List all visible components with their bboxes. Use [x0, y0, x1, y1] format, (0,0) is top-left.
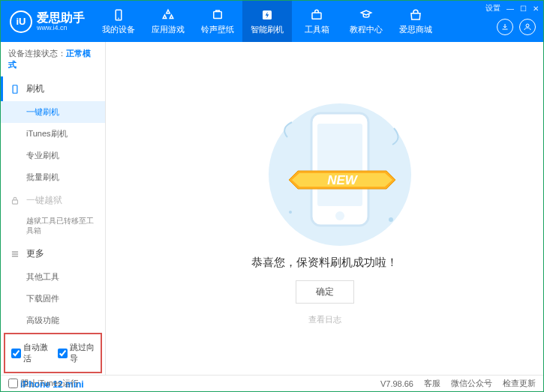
ribbon-text: NEW	[327, 173, 359, 187]
nav: 我的设备 应用游戏 铃声壁纸 智能刷机 工具箱 教程中心 爱思商城	[94, 1, 543, 42]
maximize-icon[interactable]: ☐	[520, 4, 527, 13]
ringtone-icon	[211, 8, 224, 22]
section-jailbreak[interactable]: 一键越狱	[1, 188, 105, 213]
nav-apps[interactable]: 应用游戏	[143, 1, 193, 42]
svg-point-19	[289, 211, 292, 214]
sidebar-item-pro[interactable]: 专业刷机	[1, 145, 105, 166]
checkbox-label: 自动激活	[23, 342, 49, 364]
nav-label: 工具箱	[305, 24, 329, 35]
svg-point-5	[526, 24, 529, 27]
checkbox-block-itunes[interactable]: 阻止iTunes运行	[8, 378, 79, 389]
sidebar-item-batch[interactable]: 批量刷机	[1, 166, 105, 188]
menu-icon	[10, 249, 20, 259]
nav-label: 我的设备	[102, 24, 135, 35]
store-icon	[409, 8, 422, 22]
body: 设备连接状态：正常模式 刷机 一键刷机 iTunes刷机 专业刷机 批量刷机 一…	[1, 42, 543, 375]
status-label: 设备连接状态：	[8, 49, 66, 58]
nav-label: 爱思商城	[399, 24, 432, 35]
sidebar-item-oneclick[interactable]: 一键刷机	[1, 101, 105, 123]
nav-device[interactable]: 我的设备	[94, 1, 143, 42]
update-link[interactable]: 检查更新	[503, 378, 536, 389]
nav-label: 应用游戏	[152, 24, 185, 35]
logo-icon: iU	[10, 10, 32, 33]
apps-icon	[161, 8, 175, 22]
section-more[interactable]: 更多	[1, 241, 105, 266]
section-title: 刷机	[26, 82, 44, 95]
checkbox-auto-activate[interactable]: 自动激活	[11, 342, 49, 364]
connection-status: 设备连接状态：正常模式	[1, 42, 105, 76]
toolbox-icon	[310, 8, 323, 22]
view-log-link[interactable]: 查看日志	[308, 314, 341, 325]
app-name: 爱思助手	[37, 12, 85, 24]
nav-label: 教程中心	[350, 24, 383, 35]
ok-button[interactable]: 确定	[296, 280, 354, 304]
wechat-link[interactable]: 微信公众号	[451, 378, 492, 389]
svg-point-18	[389, 217, 393, 222]
main-content: NEW 恭喜您，保资料刷机成功啦！ 确定 查看日志	[106, 42, 543, 375]
tutorial-icon	[359, 8, 373, 22]
user-button[interactable]	[519, 19, 536, 35]
nav-ringtones[interactable]: 铃声壁纸	[193, 1, 242, 42]
nav-flash[interactable]: 智能刷机	[242, 1, 292, 42]
sidebar-item-advanced[interactable]: 高级功能	[1, 310, 105, 331]
nav-toolbox[interactable]: 工具箱	[292, 1, 341, 42]
sidebar-item-itunes[interactable]: iTunes刷机	[1, 123, 105, 145]
sidebar: 设备连接状态：正常模式 刷机 一键刷机 iTunes刷机 专业刷机 批量刷机 一…	[1, 42, 106, 375]
logo-area: iU 爱思助手 www.i4.cn	[1, 10, 94, 33]
nav-store[interactable]: 爱思商城	[391, 1, 440, 42]
nav-tutorial[interactable]: 教程中心	[341, 1, 391, 42]
section-title: 更多	[26, 247, 44, 260]
sidebar-item-download[interactable]: 下载固件	[1, 288, 105, 310]
nav-label: 智能刷机	[251, 24, 284, 35]
checkbox-row: 自动激活 跳过向导	[4, 333, 102, 373]
svg-rect-4	[312, 13, 321, 19]
svg-rect-6	[13, 85, 17, 93]
section-title: 一键越狱	[26, 194, 62, 207]
phone-icon	[10, 84, 20, 94]
sidebar-item-other[interactable]: 其他工具	[1, 266, 105, 288]
svg-rect-14	[317, 124, 362, 206]
app-url: www.i4.cn	[37, 24, 85, 31]
support-link[interactable]: 客服	[424, 378, 440, 389]
success-illustration: NEW	[265, 92, 385, 242]
header: iU 爱思助手 www.i4.cn 我的设备 应用游戏 铃声壁纸 智能刷机 工具…	[1, 1, 543, 42]
phone-icon	[112, 8, 125, 22]
checkbox-skip-guide[interactable]: 跳过向导	[58, 342, 95, 364]
flash-icon	[260, 8, 274, 22]
settings-link[interactable]: 设置	[485, 3, 500, 13]
user-icon	[523, 22, 532, 31]
svg-point-15	[335, 211, 344, 220]
download-button[interactable]	[497, 19, 513, 35]
svg-rect-7	[13, 199, 18, 203]
checkbox-label: 跳过向导	[70, 342, 95, 364]
header-right	[497, 19, 536, 35]
titlebar: 设置 — ☐ ✕	[485, 3, 539, 13]
checkbox-label: 阻止iTunes运行	[21, 378, 79, 389]
svg-rect-2	[214, 11, 222, 18]
minimize-icon[interactable]: —	[506, 4, 514, 13]
section-flash[interactable]: 刷机	[1, 76, 105, 101]
close-icon[interactable]: ✕	[533, 4, 539, 13]
jailbreak-note: 越狱工具已转移至工具箱	[1, 213, 105, 241]
lock-icon	[10, 196, 20, 206]
nav-label: 铃声壁纸	[201, 24, 234, 35]
download-icon	[500, 22, 509, 31]
version-label: V7.98.66	[380, 379, 413, 388]
